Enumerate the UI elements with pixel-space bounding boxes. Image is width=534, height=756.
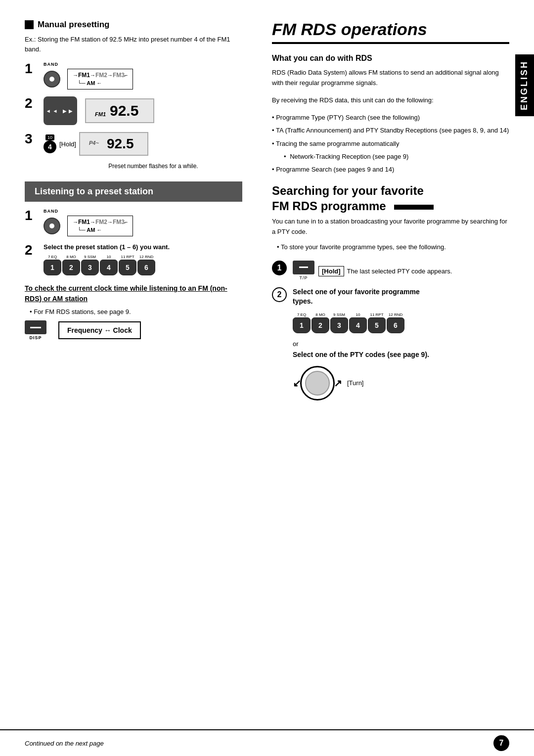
clock-section: To check the current clock time while li… bbox=[25, 283, 242, 340]
fm-rds-title: FM RDS operations bbox=[272, 20, 509, 44]
rds-preset-btn-3[interactable]: 9 SSM 3 bbox=[330, 312, 348, 333]
manual-presetting-title: Manual presetting bbox=[25, 20, 242, 30]
band-button-2[interactable] bbox=[44, 218, 60, 234]
select-pty-text: Select one of the PTY codes (see page 9)… bbox=[272, 351, 509, 358]
band-dot-2 bbox=[49, 223, 54, 228]
rds-preset-circle-3[interactable]: 3 bbox=[330, 317, 348, 333]
rds-preset-circle-2[interactable]: 2 bbox=[312, 317, 329, 333]
rds-bullets: Programme Type (PTY) Search (see the fol… bbox=[272, 112, 509, 175]
rds-preset-btn-6[interactable]: 12 RND 6 bbox=[387, 312, 404, 333]
preset-btn-5[interactable]: 11 RPT 5 bbox=[119, 255, 136, 275]
step-3-content: 10 4 [Hold] P4~ 92.5 bbox=[44, 132, 148, 156]
fm-flow-1: → FM1 → FM2 → FM3 ⌐ └─ AM ← bbox=[67, 69, 133, 89]
english-tab: ENGLISH bbox=[515, 54, 534, 116]
what-you-can-do-section: What you can do with RDS RDS (Radio Data… bbox=[272, 54, 509, 175]
disp-icon bbox=[25, 320, 46, 334]
rds-preset-circle-1[interactable]: 1 bbox=[293, 317, 311, 333]
rds-section-title: What you can do with RDS bbox=[272, 54, 509, 63]
hold-label-3: [Hold] bbox=[59, 140, 76, 148]
freq-clock-box: Frequency ↔ Clock bbox=[58, 321, 141, 339]
preset-circle-4[interactable]: 4 bbox=[100, 260, 118, 275]
rds-preset-circle-4[interactable]: 4 bbox=[349, 317, 367, 333]
content-area: Manual presetting Ex.: Storing the FM st… bbox=[0, 0, 534, 729]
dpad-button[interactable] bbox=[44, 96, 77, 125]
preset-note: Preset number flashes for a while. bbox=[64, 163, 242, 170]
preset-btn-4[interactable]: 10 4 bbox=[100, 255, 118, 275]
preset-frequency: 92.5 bbox=[107, 136, 134, 152]
rds-bullet-2: TA (Traffic Announcement) and PTY Standb… bbox=[272, 125, 509, 136]
rds-bullet-1: Programme Type (PTY) Search (see the fol… bbox=[272, 112, 509, 123]
preset-circle-6[interactable]: 6 bbox=[137, 260, 155, 275]
step-1-row: 1 BAND → FM1 → bbox=[25, 62, 242, 89]
rds-step-2-circle: 2 bbox=[272, 287, 287, 302]
preset-circle-5[interactable]: 5 bbox=[119, 260, 136, 275]
rds-preset-btn-1[interactable]: 7 EQ 1 bbox=[293, 312, 311, 333]
footer: Continued on the next page 7 bbox=[0, 729, 534, 756]
step-2-row: 2 FM1 92.5 bbox=[25, 96, 242, 125]
disp-inner bbox=[30, 327, 41, 328]
rds-preset-btn-5[interactable]: 11 RPT 5 bbox=[368, 312, 386, 333]
num4-button[interactable]: 4 bbox=[44, 140, 56, 153]
band-label-1: BAND bbox=[44, 62, 58, 67]
knob-container: ↙ ↗ [Turn] bbox=[272, 363, 509, 403]
display-box-1: FM1 92.5 bbox=[85, 98, 154, 123]
listening-step-1-row: 1 BAND → FM1 → bbox=[25, 209, 242, 236]
disp-button[interactable]: DISP bbox=[25, 320, 46, 340]
fm-label-display: FM1 bbox=[95, 111, 106, 119]
preset-btn-2[interactable]: 8 MO 2 bbox=[62, 255, 80, 275]
preset-circle-1[interactable]: 1 bbox=[44, 260, 61, 275]
page: Manual presetting Ex.: Storing the FM st… bbox=[0, 0, 534, 756]
listening-step-2-row: 2 Select the preset station (1 – 6) you … bbox=[25, 243, 242, 275]
band-button-1[interactable] bbox=[44, 71, 60, 88]
disp-label: DISP bbox=[29, 335, 42, 340]
rds-step-1-circle: 1 bbox=[272, 261, 287, 275]
or-text: or bbox=[272, 340, 509, 348]
frequency-display: 92.5 bbox=[110, 102, 138, 119]
svg-text:P4~: P4~ bbox=[89, 140, 99, 146]
continued-text: Continued on the next page bbox=[25, 740, 104, 747]
rds-bullet-3: Tracing the same programme automatically bbox=[272, 138, 509, 149]
minus-button-tp[interactable]: T/P bbox=[293, 261, 314, 280]
manual-presetting-section: Manual presetting Ex.: Storing the FM st… bbox=[25, 20, 242, 170]
preset-btn-3[interactable]: 9 SSM 3 bbox=[81, 255, 99, 275]
select-step-text: Select one of your favorite programmetyp… bbox=[293, 287, 420, 307]
knob-inner bbox=[305, 371, 330, 396]
knob-outer[interactable] bbox=[300, 366, 335, 400]
band-dot bbox=[49, 77, 54, 82]
rds-bullet-5: Programme Search (see pages 9 and 14) bbox=[272, 164, 509, 175]
rds-preset-btn-4[interactable]: 10 4 bbox=[349, 312, 367, 333]
search-desc: You can tune in to a station broadcastin… bbox=[272, 217, 509, 237]
rds-preset-btn-2[interactable]: 8 MO 2 bbox=[312, 312, 329, 333]
knob-arrow-right: ↗ bbox=[334, 377, 342, 389]
step-3-num: 3 bbox=[25, 132, 39, 146]
minus-btn-icon bbox=[293, 261, 314, 274]
example-text: Ex.: Storing the FM station of 92.5 MHz … bbox=[25, 35, 242, 54]
step-3-row: 3 10 4 [Hold] P4~ bbox=[25, 132, 242, 156]
right-column: ENGLISH FM RDS operations What you can d… bbox=[257, 15, 534, 729]
turn-label: [Turn] bbox=[347, 379, 363, 387]
preset-btn-6[interactable]: 12 RND 6 bbox=[137, 255, 155, 275]
select-preset-text: Select the preset station (1 – 6) you wa… bbox=[44, 243, 170, 251]
minus-line bbox=[299, 267, 308, 268]
listening-step-2-num: 2 bbox=[25, 243, 39, 257]
rds-step-2-row: 2 Select one of your favorite programmet… bbox=[272, 287, 509, 333]
preset-circle-3[interactable]: 3 bbox=[81, 260, 99, 275]
rds-preset-buttons: 7 EQ 1 8 MO 2 9 SSM 3 bbox=[293, 312, 404, 333]
clock-bullet: For FM RDS stations, see page 9. bbox=[25, 308, 242, 315]
rds-preset-circle-6[interactable]: 6 bbox=[387, 317, 404, 333]
clock-title: To check the current clock time while li… bbox=[25, 283, 242, 304]
page-number: 7 bbox=[493, 735, 509, 751]
listening-header: Listening to a preset station bbox=[25, 181, 242, 202]
preset-circle-2[interactable]: 2 bbox=[62, 260, 80, 275]
step-1-num: 1 bbox=[25, 62, 39, 76]
left-column: Manual presetting Ex.: Storing the FM st… bbox=[0, 15, 257, 729]
listening-section: Listening to a preset station 1 BAND bbox=[25, 181, 242, 340]
clock-controls: DISP Frequency ↔ Clock bbox=[25, 320, 242, 340]
preset-buttons: 7 EQ 1 8 MO 2 9 SSM 3 bbox=[44, 255, 170, 275]
search-bullet: To store your favorite programme types, … bbox=[272, 242, 509, 253]
listening-step-1-num: 1 bbox=[25, 209, 39, 222]
searching-section: Searching for your favoriteFM RDS progra… bbox=[272, 183, 509, 403]
preset-btn-1[interactable]: 7 EQ 1 bbox=[44, 255, 61, 275]
rds-preset-circle-5[interactable]: 5 bbox=[368, 317, 386, 333]
search-title: Searching for your favoriteFM RDS progra… bbox=[272, 183, 509, 214]
